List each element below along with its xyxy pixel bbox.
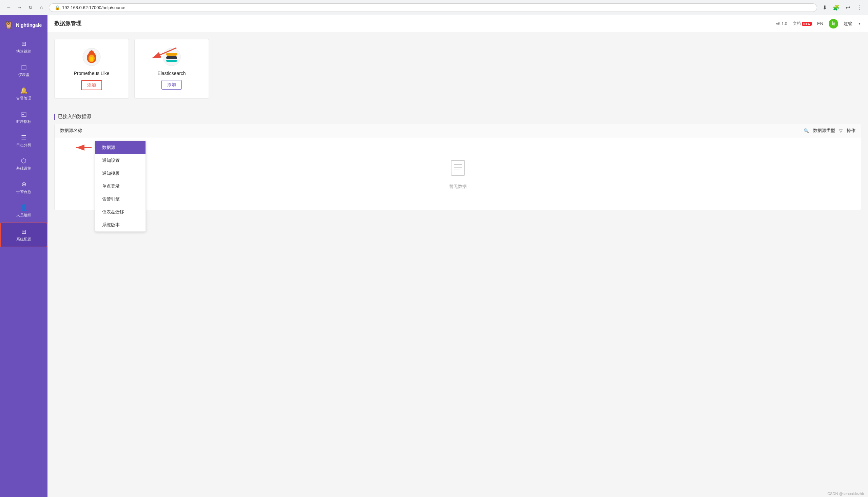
prometheus-add-button[interactable]: 添加 (81, 80, 102, 90)
table-header: 数据源名称 🔍 数据源类型 ▽ 操作 (55, 124, 861, 138)
empty-text: 暂无数据 (449, 184, 467, 190)
content-area: Prometheus Like 添加 (47, 32, 868, 217)
browser-chrome: ← → ↻ ⌂ 🔒 192.168.0.62:17000/help/source… (0, 0, 868, 15)
svg-rect-7 (166, 60, 177, 62)
refresh-button[interactable]: ↻ (26, 3, 35, 12)
dropdown-item-notify-template[interactable]: 通知模板 (95, 167, 145, 180)
prometheus-name: Prometheus Like (74, 71, 109, 76)
sidebar-item-people-org[interactable]: 👤 人员组织 (0, 199, 47, 223)
page-title: 数据源管理 (54, 20, 82, 27)
svg-rect-5 (166, 53, 177, 56)
elasticsearch-name: Elasticsearch (157, 71, 186, 76)
sys-config-icon: ⊞ (21, 228, 27, 236)
sidebar-item-log-analysis[interactable]: ☰ 日志分析 (0, 129, 47, 152)
filter-area[interactable]: ▽ (839, 128, 842, 133)
app-name: Nightingale (16, 23, 42, 28)
user-dropdown-icon[interactable]: ▼ (858, 22, 861, 26)
download-button[interactable]: ⬇ (820, 3, 829, 12)
empty-state: 暂无数据 (55, 138, 861, 210)
sidebar-item-sys-config[interactable]: ⊞ 系统配置 (0, 223, 47, 247)
new-badge: NEW (802, 22, 812, 26)
back-button[interactable]: ← (4, 3, 14, 12)
elasticsearch-card: Elasticsearch 添加 (134, 39, 209, 99)
sidebar-item-alert-self[interactable]: ⊕ 告警自愈 (0, 176, 47, 199)
nav-buttons: ← → ↻ ⌂ (4, 3, 46, 12)
dropdown-item-notify-settings[interactable]: 通知设置 (95, 154, 145, 167)
svg-rect-10 (451, 160, 465, 175)
sidebar-label-dashboard: 仪表盘 (18, 72, 29, 77)
footer: CSDN @senpaidezhb (827, 492, 864, 496)
dropdown-item-dashboard-migrate[interactable]: 仪表盘迁移 (95, 205, 145, 218)
dropdown-item-alert-engine[interactable]: 告警引擎 (95, 193, 145, 205)
elasticsearch-icon (162, 47, 181, 67)
main-area: 数据源管理 v6.1.0 文档 NEW EN 超 超管 ▼ (47, 15, 868, 497)
more-button[interactable]: ⋮ (854, 3, 864, 12)
user-name[interactable]: 超管 (843, 21, 852, 27)
doc-link[interactable]: 文档 NEW (793, 21, 812, 27)
sidebar-item-infra[interactable]: ⬡ 基础设施 (0, 152, 47, 176)
infra-icon: ⬡ (21, 157, 27, 165)
app-container: 🦉 Nightingale ⊞ 快速跳转 ◫ 仪表盘 🔔 告警管理 ◱ 时序指标… (0, 15, 868, 497)
log-icon: ☰ (21, 134, 27, 141)
logo-icon: 🦉 (4, 21, 13, 29)
url-text: 192.168.0.62:17000/help/source (62, 5, 126, 10)
dropdown-menu: 数据源 通知设置 通知模板 单点登录 告警引擎 仪表盘迁移 系统版本 (95, 141, 146, 232)
dropdown-item-sso[interactable]: 单点登录 (95, 180, 145, 193)
table-header-right: 🔍 数据源类型 ▽ 操作 (804, 128, 855, 134)
search-area[interactable]: 🔍 (804, 128, 809, 133)
dropdown-item-sys-version[interactable]: 系统版本 (95, 218, 145, 231)
sidebar-logo: 🦉 Nightingale (0, 15, 47, 35)
user-avatar: 超 (829, 19, 838, 28)
main-content: Prometheus Like 添加 (47, 32, 868, 497)
sidebar: 🦉 Nightingale ⊞ 快速跳转 ◫ 仪表盘 🔔 告警管理 ◱ 时序指标… (0, 15, 47, 497)
sidebar-label-people: 人员组织 (16, 213, 31, 218)
quick-jump-icon: ⊞ (21, 40, 27, 47)
topbar: 数据源管理 v6.1.0 文档 NEW EN 超 超管 ▼ (47, 15, 868, 32)
sidebar-label-timeseries: 时序指标 (16, 119, 31, 124)
prometheus-icon (82, 47, 101, 67)
sidebar-label-alert-self: 告警自愈 (16, 189, 31, 194)
empty-icon (448, 158, 468, 180)
browser-actions: ⬇ 🧩 ↩ ⋮ (820, 3, 864, 12)
filter-icon: ▽ (839, 128, 842, 133)
prometheus-card: Prometheus Like 添加 (54, 39, 129, 99)
connected-sources-section: 已接入的数据源 数据源名称 🔍 数据源类型 ▽ (54, 114, 861, 210)
sidebar-item-dashboard[interactable]: ◫ 仪表盘 (0, 59, 47, 82)
dropdown-item-datasource[interactable]: 数据源 (95, 141, 145, 154)
sidebar-item-alert-mgmt[interactable]: 🔔 告警管理 (0, 82, 47, 105)
back-nav-button[interactable]: ↩ (843, 3, 852, 12)
footer-text: CSDN @senpaidezhb (827, 492, 864, 496)
people-icon: 👤 (20, 204, 28, 211)
sidebar-label-sys-config: 系统配置 (16, 237, 31, 242)
sidebar-item-quick-jump[interactable]: ⊞ 快速跳转 (0, 35, 47, 59)
col-name-header: 数据源名称 (60, 128, 804, 134)
address-bar[interactable]: 🔒 192.168.0.62:17000/help/source (49, 3, 817, 12)
sidebar-item-timeseries[interactable]: ◱ 时序指标 (0, 105, 47, 129)
col-type-header: 数据源类型 (813, 128, 835, 134)
col-ops-header: 操作 (847, 128, 855, 134)
home-button[interactable]: ⌂ (37, 3, 46, 12)
svg-rect-6 (166, 56, 177, 59)
search-icon: 🔍 (804, 128, 809, 133)
elasticsearch-add-button[interactable]: 添加 (161, 80, 182, 89)
svg-point-3 (90, 57, 93, 61)
topbar-right: v6.1.0 文档 NEW EN 超 超管 ▼ (776, 19, 861, 28)
sidebar-label-infra: 基础设施 (16, 166, 31, 171)
dashboard-icon: ◫ (21, 63, 27, 71)
table-area: 数据源名称 🔍 数据源类型 ▽ 操作 (54, 124, 861, 210)
datasource-cards: Prometheus Like 添加 (54, 39, 861, 99)
forward-button[interactable]: → (15, 3, 25, 12)
timeseries-icon: ◱ (21, 110, 27, 118)
sidebar-label-quick-jump: 快速跳转 (16, 49, 31, 54)
sidebar-label-alert-mgmt: 告警管理 (16, 96, 31, 101)
sidebar-label-log: 日志分析 (16, 142, 31, 147)
version-label: v6.1.0 (776, 22, 787, 26)
language-button[interactable]: EN (817, 21, 823, 26)
extensions-button[interactable]: 🧩 (831, 3, 841, 12)
lock-icon: 🔒 (55, 5, 60, 10)
section-label: 已接入的数据源 (54, 114, 861, 120)
alert-mgmt-icon: 🔔 (20, 87, 28, 94)
alert-self-icon: ⊕ (21, 181, 27, 188)
